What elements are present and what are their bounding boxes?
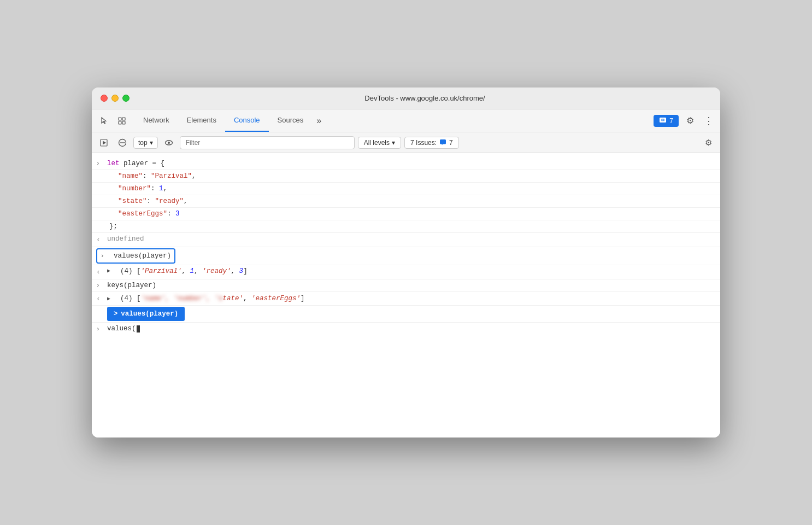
return-icon-3: ‹ [96,293,107,305]
context-label: top [138,139,148,147]
close-button[interactable] [101,95,108,102]
console-output: › let player = { "name": "Parzival", "nu… [92,153,720,438]
line-content-close: }; [109,221,716,232]
message-icon: ✉ [659,117,667,125]
svg-marker-8 [103,141,106,144]
issues-msg-icon [439,139,446,146]
console-gear-icon: ⚙ [705,138,712,148]
autocomplete-suggestion: values(player) [121,308,178,319]
line-content-number: "number": 1, [118,183,716,194]
eye-icon [164,138,173,147]
tab-console[interactable]: Console [225,109,269,132]
line-content-keys-result: (4) ['name', 'number', 'state', 'easterE… [120,293,716,304]
tab-bar: Network Elements Console Sources » ✉ 7 ⚙… [92,109,720,132]
console-line-keys[interactable]: › keys(player) [92,279,720,292]
issues-number: 7 [449,139,453,147]
context-selector[interactable]: top ▾ [133,137,158,149]
minimize-button[interactable] [111,95,119,102]
clear-button[interactable] [115,135,130,150]
line-content-typing: values( [107,323,716,334]
expand-icon-1[interactable]: › [96,158,107,169]
issues-count-toolbar[interactable]: 7 Issues: 7 [404,137,459,149]
filter-input[interactable] [180,136,355,149]
line-content-keys: keys(player) [107,280,716,291]
autocomplete-spacer [96,309,107,320]
console-line-values-highlighted[interactable]: › values(player) [92,247,720,265]
run-button[interactable] [96,135,111,150]
window-title: DevTools - www.google.co.uk/chrome/ [138,94,711,102]
console-line-close: }; [92,220,720,233]
console-line-name: "name": "Parzival", [92,170,720,183]
svg-rect-13 [440,139,446,144]
console-input-line[interactable]: › values( [92,323,720,335]
issues-count-label: 7 Issues: [410,139,437,147]
tab-bar-right: ✉ 7 ⚙ ⋮ [654,113,716,129]
expand-icon-keys[interactable]: › [96,280,107,291]
run-icon [99,138,108,147]
svg-rect-1 [122,118,125,120]
context-chevron-icon: ▾ [150,139,153,147]
line-content-name: "name": "Parzival", [118,171,716,182]
console-line-keys-result[interactable]: ‹ ▶ (4) ['name', 'number', 'state', 'eas… [92,292,720,306]
tab-more-button[interactable]: » [312,109,326,132]
tab-network[interactable]: Network [134,109,178,132]
console-line-number: "number": 1, [92,183,720,195]
svg-rect-3 [122,121,125,124]
devtools-window: DevTools - www.google.co.uk/chrome/ Netw… [92,88,720,438]
line-content-values-highlighted: values(player) [114,250,171,261]
expand-icon-values[interactable]: › [101,250,111,261]
line-content-1: let player = { [107,158,716,169]
tab-sources[interactable]: Sources [269,109,313,132]
console-autocomplete-row[interactable]: > values(player) [92,306,720,323]
console-toolbar: top ▾ All levels ▾ 7 Issues: 7 ⚙ [92,132,720,153]
tab-elements[interactable]: Elements [178,109,225,132]
autocomplete-popup[interactable]: > values(player) [107,307,185,321]
levels-selector[interactable]: All levels ▾ [358,137,401,149]
svg-point-12 [168,142,170,144]
svg-rect-2 [119,121,121,124]
inspect-icon [117,116,126,125]
tabs: Network Elements Console Sources » [134,109,326,132]
expand-icon-keys-result[interactable]: ▶ [107,294,118,304]
line-content-result-array: (4) ['Parzival', 1, 'ready', 3] [120,266,716,277]
console-line-let[interactable]: › let player = { [92,158,720,170]
maximize-button[interactable] [122,95,130,102]
cursor-blink [137,325,140,332]
more-options-button[interactable]: ⋮ [702,115,716,127]
traffic-lights [101,95,130,102]
cursor-tool-button[interactable] [96,113,113,129]
issues-badge[interactable]: ✉ 7 [654,115,679,127]
return-icon-1: ‹ [96,234,107,246]
issues-badge-count: 7 [669,117,673,125]
input-prompt-icon: › [96,324,107,335]
cursor-icon [100,116,109,125]
console-line-undefined: ‹ undefined [92,233,720,247]
settings-button[interactable]: ⚙ [682,113,698,129]
line-content-undefined: undefined [107,234,716,244]
tab-bar-tools [96,113,130,129]
console-line-state: "state": "ready", [92,195,720,208]
console-line-result-array[interactable]: ‹ ▶ (4) ['Parzival', 1, 'ready', 3] [92,265,720,279]
levels-label: All levels [364,139,390,147]
levels-chevron-icon: ▾ [392,139,395,147]
gear-icon: ⚙ [686,115,694,126]
inspect-tool-button[interactable] [114,113,130,129]
highlighted-input-box: › values(player) [96,248,175,264]
console-line-eastereggs: "easterEggs": 3 [92,208,720,220]
expand-icon-array[interactable]: ▶ [107,266,118,276]
autocomplete-arrow: > [114,309,117,319]
line-content-eastereggs: "easterEggs": 3 [118,208,716,219]
return-icon-2: ‹ [96,266,107,278]
eye-button[interactable] [161,135,176,150]
line-content-state: "state": "ready", [118,196,716,207]
svg-rect-0 [119,118,121,120]
console-settings-button[interactable]: ⚙ [701,135,716,150]
svg-text:✉: ✉ [661,118,664,122]
title-bar: DevTools - www.google.co.uk/chrome/ [92,88,720,109]
clear-icon [118,138,127,147]
